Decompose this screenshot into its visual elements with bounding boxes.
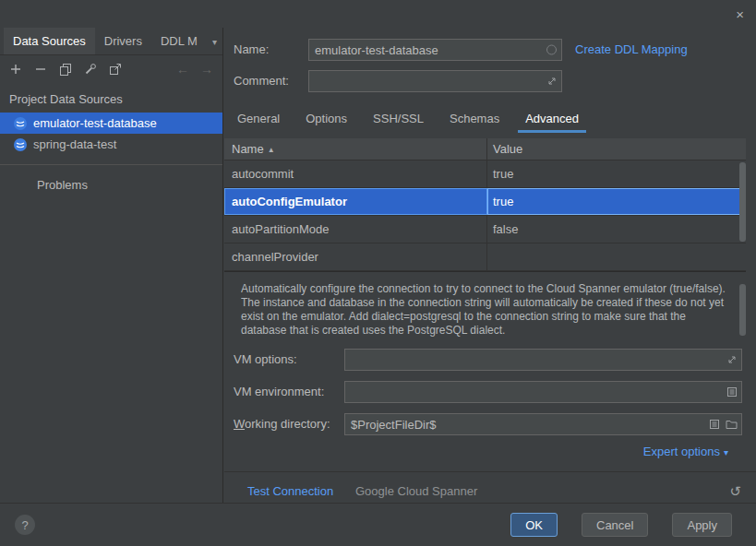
tab-ddl-mappings-label: DDL M	[161, 34, 198, 48]
column-header-name[interactable]: Name▲	[224, 138, 487, 160]
tabs-overflow-chevron-icon[interactable]: ▾	[212, 28, 217, 55]
problems-section[interactable]: Problems	[0, 165, 222, 199]
project-data-sources-title: Project Data Sources	[0, 83, 222, 113]
sidebar-toolbar: ← →	[0, 55, 222, 83]
working-directory-input[interactable]	[344, 413, 742, 435]
working-directory-input-wrap	[344, 413, 742, 435]
name-input-wrap	[308, 39, 562, 61]
tab-data-sources[interactable]: Data Sources	[4, 28, 95, 54]
expert-options-label: Expert options	[643, 445, 720, 458]
column-name-label: Name	[232, 142, 264, 156]
tab-general[interactable]: General	[224, 105, 293, 133]
advanced-options-table: Name▲ Value autocommit true autoConfigEm…	[224, 138, 746, 272]
comment-row: Comment:	[224, 70, 756, 92]
table-row[interactable]: autocommit true	[224, 160, 746, 188]
working-directory-label: Working directory:	[234, 413, 330, 435]
folder-browse-icon[interactable]	[726, 420, 738, 430]
refresh-spinner-icon	[546, 45, 557, 55]
option-value[interactable]	[487, 243, 746, 270]
data-sources-dialog: × Data Sources Drivers DDL M ▾	[0, 0, 756, 546]
settings-tab-bar: General Options SSH/SSL Schemas Advanced	[224, 105, 756, 133]
close-icon[interactable]: ×	[736, 6, 744, 22]
open-external-icon[interactable]	[109, 63, 122, 76]
spanner-database-icon	[13, 137, 28, 152]
table-header: Name▲ Value	[224, 138, 746, 160]
back-arrow-icon[interactable]: ←	[176, 62, 189, 77]
table-row[interactable]: autoPartitionMode false	[224, 216, 746, 243]
table-row[interactable]: autoConfigEmulator true	[224, 188, 746, 216]
sidebar-item-label: spring-data-test	[33, 137, 116, 151]
table-scrollbar[interactable]	[739, 162, 746, 242]
create-ddl-mapping-link[interactable]: Create DDL Mapping	[575, 39, 688, 61]
test-connection-link[interactable]: Test Connection	[247, 480, 333, 504]
cancel-button[interactable]: Cancel	[582, 513, 648, 537]
main-panel: Name: Create DDL Mapping Comment: Genera…	[224, 28, 756, 503]
footer-divider	[224, 471, 756, 472]
reset-undo-icon[interactable]: ↺	[729, 480, 741, 504]
help-button[interactable]: ?	[15, 515, 35, 535]
comment-input[interactable]	[308, 70, 562, 92]
option-value[interactable]: false	[487, 216, 746, 243]
duplicate-icon[interactable]	[59, 63, 72, 76]
vm-environment-input-wrap	[344, 381, 742, 403]
option-name: autocommit	[224, 160, 487, 187]
sidebar-item-spring-data-test[interactable]: spring-data-test	[0, 134, 222, 155]
tab-drivers[interactable]: Drivers	[95, 28, 151, 54]
working-directory-row: Working directory:	[224, 413, 756, 435]
tab-advanced[interactable]: Advanced	[512, 105, 592, 133]
tab-options[interactable]: Options	[293, 105, 360, 133]
driver-name-label: Google Cloud Spanner	[355, 480, 477, 504]
expand-icon[interactable]	[546, 76, 558, 87]
connection-footer: Test Connection Google Cloud Spanner ↺	[224, 480, 756, 504]
name-input[interactable]	[308, 39, 562, 61]
remove-icon[interactable]	[34, 63, 47, 76]
option-value[interactable]: true	[487, 160, 746, 187]
comment-label: Comment:	[234, 70, 289, 92]
forward-arrow-icon[interactable]: →	[200, 62, 213, 77]
sidebar-item-label: emulator-test-database	[33, 116, 157, 130]
table-row[interactable]: channelProvider	[224, 243, 746, 271]
tab-data-sources-label: Data Sources	[13, 34, 86, 48]
vm-environment-input[interactable]	[344, 381, 742, 403]
column-header-value[interactable]: Value	[487, 138, 746, 160]
vm-options-input-wrap	[344, 349, 742, 371]
apply-button[interactable]: Apply	[672, 513, 732, 537]
name-label: Name:	[234, 39, 269, 61]
option-name: channelProvider	[224, 243, 487, 270]
tab-schemas[interactable]: Schemas	[437, 105, 512, 133]
option-name: autoPartitionMode	[224, 216, 487, 243]
variables-list-icon[interactable]	[726, 386, 738, 398]
tab-ssh-ssl[interactable]: SSH/SSL	[360, 105, 437, 133]
vm-options-input[interactable]	[344, 349, 742, 371]
sidebar-item-emulator-test-database[interactable]: emulator-test-database	[0, 113, 222, 134]
bottom-button-bar: ? OK Cancel Apply	[0, 503, 756, 546]
expert-options-link[interactable]: Expert options▾	[643, 445, 728, 458]
tab-drivers-label: Drivers	[104, 34, 142, 48]
vm-options-label: VM options:	[234, 349, 297, 371]
option-description: Automatically configure the connection t…	[241, 282, 729, 338]
expand-icon[interactable]	[726, 354, 738, 365]
working-directory-mnemonic: W	[234, 417, 245, 431]
vm-options-row: VM options:	[224, 349, 756, 371]
help-glyph: ?	[21, 518, 28, 532]
sidebar: Data Sources Drivers DDL M ▾ ← →	[0, 28, 223, 503]
chevron-down-icon: ▾	[724, 447, 728, 457]
ok-button[interactable]: OK	[510, 513, 558, 537]
history-nav: ← →	[176, 62, 213, 77]
properties-wrench-icon[interactable]	[84, 63, 97, 76]
sidebar-tab-bar: Data Sources Drivers DDL M ▾	[0, 28, 222, 55]
comment-input-wrap	[308, 70, 562, 92]
column-value-label: Value	[493, 142, 522, 156]
name-row: Name: Create DDL Mapping	[224, 39, 756, 61]
option-name: autoConfigEmulator	[224, 188, 487, 215]
spanner-database-icon	[13, 116, 28, 131]
vm-environment-row: VM environment:	[224, 381, 756, 403]
vm-environment-label: VM environment:	[234, 381, 324, 403]
tab-ddl-mappings[interactable]: DDL M	[151, 28, 203, 54]
description-scrollbar[interactable]	[739, 284, 746, 336]
option-value[interactable]: true	[487, 188, 746, 215]
add-icon[interactable]	[9, 63, 22, 76]
variables-list-icon[interactable]	[709, 419, 720, 430]
working-directory-label-rest: orking directory:	[245, 417, 330, 431]
sort-asc-icon: ▲	[268, 146, 275, 154]
